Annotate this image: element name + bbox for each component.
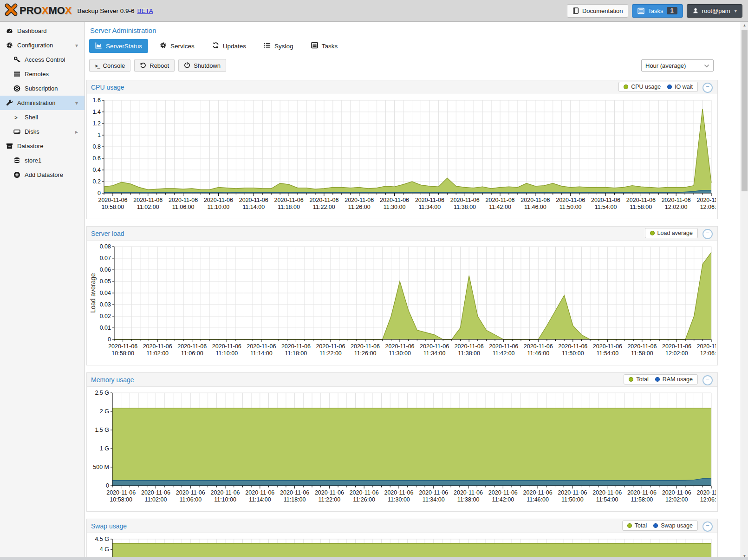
svg-text:4.5 G: 4.5 G [95,536,109,542]
legend-item-ram-usage[interactable]: RAM usage [655,376,693,383]
svg-text:0: 0 [108,336,111,343]
svg-text:11:46:00: 11:46:00 [527,350,549,357]
svg-text:11:10:00: 11:10:00 [214,496,236,503]
legend-item-load-average[interactable]: Load average [650,230,693,236]
chevron-down-icon [704,62,709,69]
svg-text:2020-11-06: 2020-11-06 [591,197,620,203]
panel-title: Swap usage [91,522,127,530]
tab-services[interactable]: Services [154,39,201,53]
svg-text:500 M: 500 M [93,464,109,470]
console-button[interactable]: >_Console [89,59,130,72]
collapse-panel-button[interactable]: − [702,375,713,385]
toolbar-button-label: Shutdown [194,62,221,69]
svg-text:2020-11-06: 2020-11-06 [486,197,515,203]
sidebar-item-subscription[interactable]: Subscription [0,81,85,96]
chart-legend: TotalSwap usage [622,521,698,531]
gears-icon [160,42,167,50]
tab-label: Updates [223,43,246,50]
svg-text:2020-11-06: 2020-11-06 [524,343,553,350]
sidebar-item-dashboard[interactable]: Dashboard [0,24,85,38]
svg-text:0.4: 0.4 [93,167,101,173]
sidebar-item-disks[interactable]: Disks▸ [0,124,85,139]
legend-label: CPU usage [631,84,661,90]
legend-label: Swap usage [661,522,693,529]
legend-item-total[interactable]: Total [629,376,648,383]
svg-text:1.2: 1.2 [93,120,101,127]
sidebar-item-label: Dashboard [17,27,47,34]
sidebar-item-add-datastore[interactable]: Add Datastore [0,168,85,182]
svg-text:2020-11-06: 2020-11-06 [488,489,518,496]
gears-icon [5,42,14,49]
timeframe-select[interactable]: Hour (average) [641,59,714,72]
collapse-panel-button[interactable]: − [702,521,713,532]
legend-item-io-wait[interactable]: IO wait [667,84,693,90]
chart-legend: Load average [645,228,698,238]
legend-dot-icon [624,85,628,89]
svg-text:11:54:00: 11:54:00 [596,496,618,503]
sidebar-item-datastore[interactable]: Datastore [0,139,85,153]
svg-text:0.2: 0.2 [93,178,101,185]
tab-updates[interactable]: Updates [206,39,252,53]
svg-text:2020-11-06: 2020-11-06 [351,343,380,350]
caret-right-icon[interactable]: ▸ [75,129,78,135]
svg-text:11:54:00: 11:54:00 [595,204,617,210]
collapse-panel-button[interactable]: − [702,229,713,239]
tab-serverstatus[interactable]: ServerStatus [89,39,148,53]
svg-text:11:30:00: 11:30:00 [388,496,410,503]
bottom-strip [0,557,748,560]
sidebar-item-access-control[interactable]: Access Control [0,52,85,67]
tab-tasks[interactable]: Tasks [305,39,344,53]
svg-text:2020-11-06: 2020-11-06 [696,489,716,496]
caret-down-icon[interactable]: ▾ [75,100,78,106]
tab-syslog[interactable]: Syslog [258,39,299,53]
svg-text:11:50:00: 11:50:00 [561,496,584,503]
legend-item-swap-usage[interactable]: Swap usage [653,522,693,529]
panel-title: Memory usage [91,376,134,384]
sidebar: DashboardConfiguration▾Access ControlRem… [0,22,85,560]
vertical-scrollbar[interactable]: ▲ ▼ [741,22,748,560]
key-icon [13,56,21,63]
svg-text:2020-11-06: 2020-11-06 [211,489,240,496]
legend-label: IO wait [675,84,693,90]
svg-text:2020-11-06: 2020-11-06 [106,489,136,496]
svg-text:2020-11-06: 2020-11-06 [696,343,716,350]
svg-text:2020-11-06: 2020-11-06 [662,489,691,496]
legend-dot-icon [629,377,633,382]
svg-text:2020-11-06: 2020-11-06 [662,343,691,350]
svg-text:11:42:00: 11:42:00 [492,496,514,503]
plus-circle-icon [13,171,21,178]
tab-label: Services [170,43,195,50]
svg-text:2020-11-06: 2020-11-06 [212,343,241,350]
panel-header: Server loadLoad average− [87,227,717,241]
collapse-panel-button[interactable]: − [702,83,713,93]
sidebar-item-label: Access Control [25,56,65,63]
svg-text:2 G: 2 G [100,408,109,415]
svg-text:2020-11-06: 2020-11-06 [141,489,170,496]
documentation-label: Documentation [582,7,623,14]
legend-item-total[interactable]: Total [627,522,647,529]
user-menu-button[interactable]: root@pam ▾ [687,4,742,18]
svg-text:1.6: 1.6 [93,97,101,104]
documentation-button[interactable]: Documentation [567,4,628,18]
scroll-up-arrow-icon[interactable]: ▲ [741,22,748,29]
beta-link[interactable]: BETA [137,7,153,14]
reboot-button[interactable]: Reboot [134,59,175,72]
svg-text:10:58:00: 10:58:00 [111,350,134,357]
sidebar-item-remotes[interactable]: Remotes [0,67,85,81]
tasks-button[interactable]: Tasks 1 [632,4,683,18]
svg-text:0.06: 0.06 [100,267,111,273]
archive-icon [5,143,14,150]
sidebar-item-configuration[interactable]: Configuration▾ [0,38,85,52]
scrollbar-thumb[interactable] [741,30,748,191]
tasks-count-badge: 1 [667,7,677,14]
sidebar-item-shell[interactable]: >_Shell [0,110,85,124]
caret-down-icon[interactable]: ▾ [75,42,78,49]
svg-text:2020-11-06: 2020-11-06 [280,489,309,496]
svg-text:1.5 G: 1.5 G [95,427,109,433]
svg-text:11:22:00: 11:22:00 [313,204,335,210]
svg-text:11:18:00: 11:18:00 [285,350,307,357]
shutdown-button[interactable]: Shutdown [178,59,226,72]
sidebar-item-store1[interactable]: store1 [0,153,85,168]
legend-item-cpu-usage[interactable]: CPU usage [624,84,661,90]
sidebar-item-administration[interactable]: Administration▾ [0,96,85,110]
